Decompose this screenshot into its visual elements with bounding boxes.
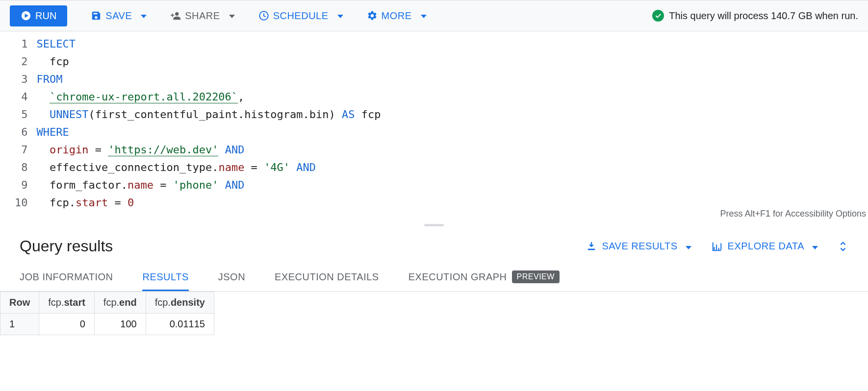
caret-down-icon (418, 12, 427, 20)
tab-job-information[interactable]: JOB INFORMATION (20, 264, 113, 291)
table-row: 101000.01115 (0, 314, 214, 335)
column-header: fcp.start (39, 292, 95, 314)
preview-badge: PREVIEW (512, 270, 560, 283)
toolbar: RUN SAVE SHARE SCHEDULE MORE This qu (0, 0, 868, 31)
save-results-button[interactable]: SAVE RESULTS (586, 241, 691, 252)
tab-json[interactable]: JSON (218, 264, 245, 291)
tab-results[interactable]: RESULTS (142, 264, 188, 291)
explore-data-label: EXPLORE DATA (728, 241, 804, 252)
clock-icon (258, 10, 269, 21)
chart-icon (711, 241, 723, 252)
gear-icon (367, 10, 378, 21)
run-button[interactable]: RUN (10, 5, 67, 26)
code-area[interactable]: SELECT fcpFROM `chrome-ux-report.all.202… (37, 35, 868, 212)
caret-down-icon (226, 12, 235, 20)
caret-down-icon (138, 12, 147, 20)
run-label: RUN (35, 10, 56, 22)
check-circle-icon (652, 10, 664, 22)
column-header: Row (0, 292, 39, 314)
caret-down-icon (334, 12, 343, 20)
share-label: SHARE (185, 10, 220, 22)
results-table: Rowfcp.startfcp.endfcp.density101000.011… (0, 292, 214, 335)
expand-collapse-toggle[interactable] (838, 240, 848, 253)
caret-down-icon (809, 241, 818, 252)
resize-handle[interactable]: Press Alt+F1 for Accessibility Options (0, 221, 868, 228)
share-button[interactable]: SHARE (170, 10, 234, 22)
tab-execution-graph[interactable]: EXECUTION GRAPHPREVIEW (408, 264, 560, 291)
save-icon (91, 10, 102, 21)
results-tabs: JOB INFORMATIONRESULTSJSONEXECUTION DETA… (0, 264, 868, 292)
caret-down-icon (683, 241, 691, 252)
download-icon (586, 241, 597, 252)
results-title: Query results (20, 237, 113, 255)
save-button[interactable]: SAVE (91, 10, 147, 22)
play-icon (21, 10, 31, 21)
line-gutter: 12345678910 (0, 35, 37, 212)
status-text: This query will process 140.7 GB when ru… (669, 10, 858, 22)
column-header: fcp.density (146, 292, 214, 314)
accessibility-hint: Press Alt+F1 for Accessibility Options (720, 209, 866, 219)
query-cost-status: This query will process 140.7 GB when ru… (652, 10, 858, 22)
svg-point-1 (175, 12, 179, 16)
sql-editor[interactable]: 12345678910 SELECT fcpFROM `chrome-ux-re… (0, 31, 868, 221)
more-button[interactable]: MORE (367, 10, 427, 22)
explore-data-button[interactable]: EXPLORE DATA (711, 241, 818, 252)
save-results-label: SAVE RESULTS (602, 241, 677, 252)
person-add-icon (170, 10, 181, 21)
more-label: MORE (382, 10, 412, 22)
schedule-label: SCHEDULE (273, 10, 329, 22)
column-header: fcp.end (94, 292, 146, 314)
results-header: Query results SAVE RESULTS EXPLORE DATA (0, 228, 868, 264)
schedule-button[interactable]: SCHEDULE (258, 10, 343, 22)
tab-execution-details[interactable]: EXECUTION DETAILS (275, 264, 379, 291)
save-label: SAVE (105, 10, 132, 22)
